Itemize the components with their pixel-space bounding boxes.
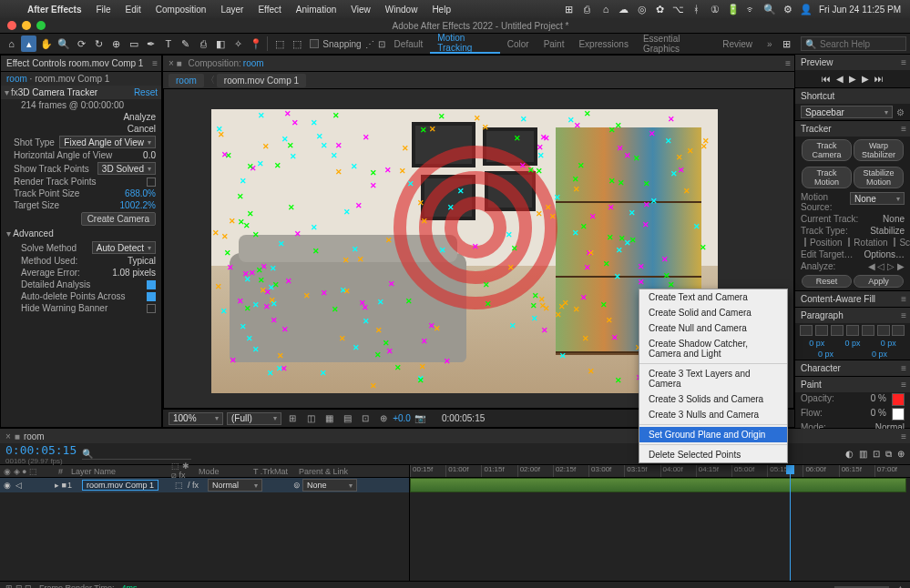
eraser-tool[interactable]: ◧ [213, 35, 229, 52]
ruler-tick[interactable]: 06:00f [803, 465, 838, 477]
viewer-btn[interactable]: ▦ [322, 412, 336, 425]
orbit-tool[interactable]: ⟳ [74, 35, 89, 52]
panel-menu-icon[interactable]: ≡ [901, 57, 906, 67]
effect-name[interactable]: 3D Camera Tracker [18, 87, 134, 97]
ctx-item[interactable]: Create Text and Camera [639, 289, 787, 305]
advanced-section[interactable]: Advanced [1, 227, 161, 240]
position-checkbox[interactable] [804, 238, 806, 247]
stabilize-button[interactable]: Stabilize Motion [854, 167, 904, 188]
selection-tool[interactable]: ▴ [21, 35, 36, 52]
hand-tool[interactable]: ✋ [38, 35, 54, 52]
app-menu[interactable]: After Effects [20, 5, 88, 15]
fg-color-swatch[interactable] [892, 393, 905, 406]
flow-value[interactable]: 0 % [871, 408, 886, 421]
next-frame-icon[interactable]: ▶ [862, 74, 869, 84]
clock-icon[interactable]: ① [706, 4, 724, 15]
align-center-icon[interactable] [815, 325, 828, 336]
options-button[interactable]: Options… [864, 249, 905, 259]
ctx-item[interactable]: Create 3 Nulls and Camera [639, 407, 787, 422]
status-icon[interactable]: ✿ [651, 4, 670, 15]
zoom-window[interactable] [36, 21, 46, 30]
res-dropdown[interactable]: (Full) [227, 412, 281, 425]
justify-left-icon[interactable] [846, 325, 859, 336]
analyze-button[interactable]: Analyze [123, 112, 156, 122]
search-icon[interactable]: 🔍 [761, 4, 779, 15]
bg-color-swatch[interactable] [892, 408, 905, 421]
workspace-essential[interactable]: Essential Graphics [636, 34, 715, 54]
camera-icon[interactable]: 📷 [413, 412, 427, 425]
menubar-clock[interactable]: Fri Jun 24 11:25 PM [815, 5, 910, 15]
paint-panel-header[interactable]: Paint [801, 380, 822, 390]
breadcrumb-comp[interactable]: room [6, 74, 27, 84]
ruler-tick[interactable]: 05:00f [731, 465, 767, 477]
shortcut-dropdown[interactable]: Spacebar [801, 106, 893, 118]
analyze-step-fwd-icon[interactable]: ▷ [887, 261, 895, 271]
snap-opt-icon[interactable]: ⋰ [365, 39, 374, 49]
home-icon[interactable]: ⌂ [4, 35, 19, 52]
workspace-default[interactable]: Default [387, 34, 431, 54]
target-size-value[interactable]: 1002.2% [120, 200, 156, 210]
mode-dropdown[interactable]: Normal [208, 479, 262, 492]
menu-animation[interactable]: Animation [289, 5, 343, 15]
solve-method-dropdown[interactable]: Auto Detect [92, 241, 156, 254]
ruler-tick[interactable]: 00:15f [410, 465, 445, 477]
fx-toggle-icon[interactable]: fx [11, 87, 18, 97]
tracker-target[interactable] [394, 146, 557, 309]
zoom-tool[interactable]: 🔍 [56, 35, 71, 52]
justify-all-icon[interactable] [892, 325, 905, 336]
ruler-tick[interactable]: 05:15f [767, 465, 803, 477]
viewer-btn[interactable]: ◫ [303, 412, 318, 425]
composition-viewer[interactable]: ✕✕✕✕✕✕✕✕✕✕✕✕✕✕✕✕✕✕✕✕✕✕✕✕✕✕✕✕✕✕✕✕✕✕✕✕✕✕✕✕… [163, 88, 794, 409]
ruler-tick[interactable]: 07:00f [874, 465, 910, 477]
indent-value[interactable]: 0 px [872, 350, 887, 359]
panel-menu-icon[interactable]: ≡ [901, 310, 906, 320]
workspace-panel-icon[interactable]: ⊞ [780, 35, 793, 52]
timecode[interactable]: 0:00:05:15 [5, 443, 77, 457]
user-icon[interactable]: 👤 [797, 4, 815, 15]
menu-edit[interactable]: Edit [118, 5, 148, 15]
scale-checkbox[interactable] [894, 238, 895, 247]
panel-menu-icon[interactable]: ≡ [785, 58, 791, 68]
panel-tab-effect-controls[interactable]: Effect Controls room.mov Comp 1 [6, 58, 143, 68]
caf-panel-header[interactable]: Content-Aware Fill [801, 294, 875, 304]
menu-effect[interactable]: Effect [251, 5, 288, 15]
parent-dropdown[interactable]: None [302, 479, 357, 492]
exposure-value[interactable]: +0.0 [394, 412, 409, 425]
panel-menu-icon[interactable]: ≡ [901, 124, 906, 134]
track-motion-button[interactable]: Track Motion [802, 167, 852, 188]
viewer-btn[interactable]: ▤ [340, 412, 354, 425]
breadcrumb-1[interactable]: room [169, 74, 204, 87]
wifi-icon[interactable]: ᯤ [742, 4, 761, 15]
menu-file[interactable]: File [88, 5, 118, 15]
toggle-switches-icon[interactable]: ⊞ ⊟ ⊡ [5, 583, 32, 589]
track-camera-button[interactable]: Track Camera [802, 139, 852, 161]
ruler-tick[interactable]: 02:15f [553, 465, 588, 477]
create-camera-button[interactable]: Create Camera [81, 212, 156, 226]
viewer-timecode[interactable]: 0:00:05:15 [442, 413, 485, 423]
timeline-tab[interactable]: room [24, 431, 45, 441]
roto-tool[interactable]: ✧ [230, 35, 246, 52]
motion-source-dropdown[interactable]: None [850, 192, 905, 205]
show-trackpoints-dropdown[interactable]: 3D Solved [97, 162, 156, 175]
snap-opt-icon[interactable]: ⊡ [378, 39, 385, 49]
timeline-search[interactable] [82, 449, 191, 460]
ruler-tick[interactable]: 03:15f [624, 465, 659, 477]
twirl-icon[interactable]: ▾ [5, 87, 9, 97]
ruler-tick[interactable]: 04:15f [696, 465, 731, 477]
status-icon[interactable]: ☁ [615, 4, 633, 15]
zoom-in-icon[interactable]: ▲ [896, 583, 905, 589]
control-center-icon[interactable]: ⚙ [779, 4, 797, 15]
analyze-step-back-icon[interactable]: ◁ [877, 261, 884, 271]
anchor-tool[interactable]: ⊕ [108, 35, 124, 52]
warp-stabilizer-button[interactable]: Warp Stabilizer [854, 139, 904, 161]
indent-value[interactable]: 0 px [818, 350, 833, 359]
tl-btn[interactable]: ⊡ [873, 449, 880, 459]
minimize-window[interactable] [22, 21, 31, 30]
ctx-item[interactable]: Create 3 Solids and Camera [639, 391, 787, 407]
analyze-back-icon[interactable]: ◀ [868, 261, 875, 271]
layer-name-input[interactable]: room.mov Comp 1 [82, 480, 158, 491]
rect-tool[interactable]: ▭ [126, 35, 141, 52]
indent-value[interactable]: 0 px [844, 339, 860, 348]
menu-layer[interactable]: Layer [213, 5, 251, 15]
panel-menu-icon[interactable]: ≡ [901, 363, 906, 373]
